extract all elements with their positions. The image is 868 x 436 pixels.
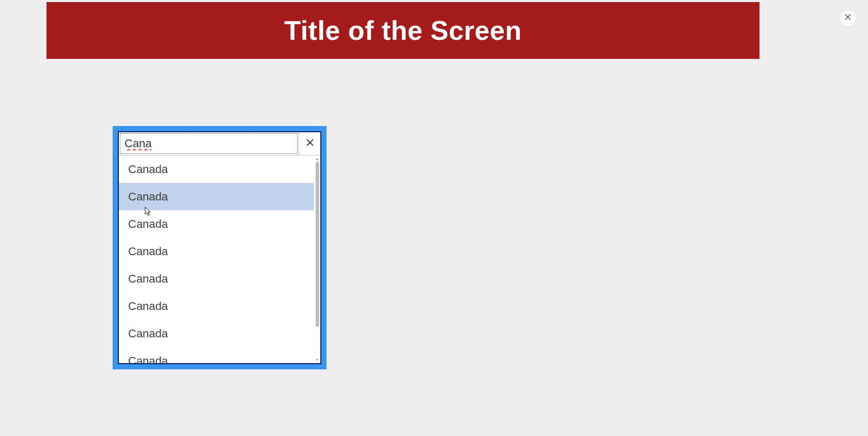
combobox-option-label: Canada: [128, 245, 168, 258]
combobox-option-label: Canada: [128, 190, 168, 204]
scroll-up-arrow-icon[interactable]: ▴: [315, 157, 319, 161]
page-header: Title of the Screen: [47, 2, 760, 59]
scroll-down-arrow-icon[interactable]: ▾: [315, 357, 319, 362]
combobox-search-row: [119, 132, 320, 155]
country-combobox: CanadaCanadaCanadaCanadaCanadaCanadaCana…: [113, 126, 327, 369]
combobox-option[interactable]: Canada: [119, 320, 314, 347]
scrollbar[interactable]: ▴ ▾: [315, 157, 319, 362]
combobox-inner: CanadaCanadaCanadaCanadaCanadaCanadaCana…: [118, 131, 321, 364]
page-container: Title of the Screen CanadaCanadaCanadaCa…: [47, 2, 760, 405]
combobox-search-input[interactable]: [120, 133, 298, 154]
combobox-option[interactable]: Canada: [119, 155, 314, 183]
combobox-option-list: CanadaCanadaCanadaCanadaCanadaCanadaCana…: [119, 155, 314, 363]
combobox-option-label: Canada: [128, 272, 168, 286]
combobox-option[interactable]: Canada: [119, 292, 314, 320]
combobox-option[interactable]: Canada: [119, 265, 314, 292]
x-icon: [306, 138, 314, 149]
page-title: Title of the Screen: [284, 15, 521, 46]
combobox-option-label: Canada: [128, 300, 168, 313]
combobox-option[interactable]: Canada: [119, 238, 314, 265]
combobox-option-label: Canada: [128, 217, 168, 231]
combobox-clear-button[interactable]: [299, 132, 320, 155]
close-icon: [844, 13, 851, 23]
close-dialog-button[interactable]: [840, 10, 856, 26]
combobox-option-label: Canada: [128, 327, 168, 340]
combobox-option[interactable]: Canada: [119, 347, 314, 363]
combobox-option-label: Canada: [128, 354, 168, 364]
combobox-option[interactable]: Canada: [119, 210, 314, 238]
scrollbar-thumb[interactable]: [316, 162, 319, 327]
combobox-option-label: Canada: [128, 163, 168, 176]
combobox-list-wrap: CanadaCanadaCanadaCanadaCanadaCanadaCana…: [119, 155, 320, 363]
combobox-option[interactable]: Canada: [119, 183, 314, 210]
